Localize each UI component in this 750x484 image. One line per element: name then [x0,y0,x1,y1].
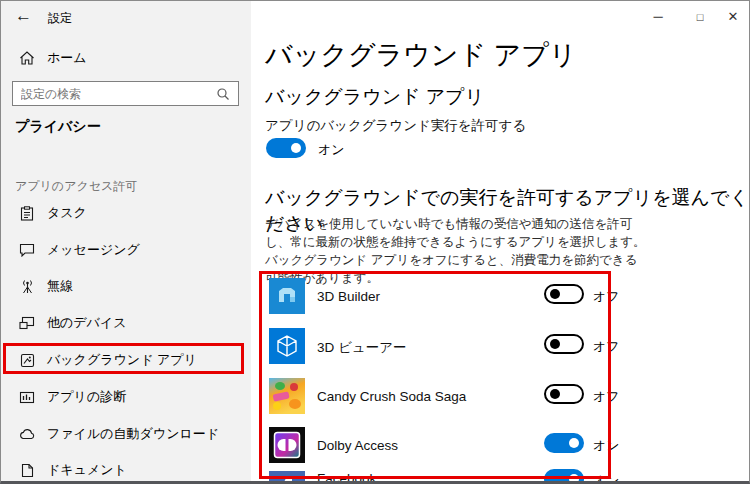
app-name: Dolby Access [317,438,398,453]
other-devices-icon [19,315,35,331]
toggle-knob [550,289,560,299]
toggle-knob [550,339,560,349]
section-description: デバイスを使用していない時でも情報の受信や通知の送信を許可し、常に最新の状態を維… [265,215,647,288]
minimize-button[interactable]: ─ [643,6,673,28]
sidebar-item-automatic-file-downloads[interactable]: ファイルの自動ダウンロード [1,419,251,449]
search-icon[interactable] [216,87,238,101]
message-icon [19,242,35,258]
app-toggle-3d-builder[interactable] [544,284,584,304]
sidebar-item-tasks[interactable]: タスク [1,198,251,228]
3d-viewer-app-icon [269,328,305,364]
app-diagnostics-icon [19,389,35,405]
app-toggle-state: オフ [593,388,620,406]
search-input[interactable] [13,87,216,101]
app-toggle-facebook[interactable] [544,469,584,484]
window-title: 設定 [48,10,72,27]
app-name: 3D ビューアー [317,339,406,357]
app-toggle-state: オフ [593,338,620,356]
master-toggle-label: アプリのバックグラウンド実行を許可する [265,117,526,135]
sidebar-item-label: ドキュメント [47,461,127,479]
clipboard-icon [19,205,35,221]
app-toggle-candy-crush[interactable] [544,384,584,404]
candy-crush-app-icon [269,378,305,414]
dolby-access-app-icon [269,427,305,463]
cloud-icon [19,426,35,442]
app-name: 3D Builder [317,289,380,304]
background-apps-icon [19,352,35,368]
sidebar-item-label: タスク [47,204,87,222]
document-icon [19,462,35,478]
sidebar-item-label: 他のデバイス [47,314,127,332]
toggle-knob [569,474,579,484]
app-name: Candy Crush Soda Saga [317,389,466,404]
sidebar-item-messaging[interactable]: メッセージング [1,235,251,265]
radio-tower-icon [19,278,35,294]
facebook-app-icon [269,471,305,484]
sidebar-item-label: メッセージング [47,241,140,259]
sidebar-home-label: ホーム [47,49,87,67]
sidebar-item-home[interactable]: ホーム [19,49,87,67]
settings-window: ← 設定 ─ □ ✕ ホーム プライバシー アプリのアクセス許可 タスク メッセ… [0,0,750,484]
settings-search[interactable] [12,81,239,106]
back-icon[interactable]: ← [15,6,32,26]
maximize-button[interactable]: □ [685,6,715,28]
app-name: Facebook [317,471,376,484]
app-toggle-dolby-access[interactable] [544,433,584,453]
app-toggle-state: オン [593,437,620,455]
toggle-knob [291,143,301,153]
sidebar-group-label: アプリのアクセス許可 [15,178,137,195]
sidebar-item-app-diagnostics[interactable]: アプリの診断 [1,382,251,412]
master-toggle[interactable] [266,138,306,158]
sidebar-item-other-devices[interactable]: 他のデバイス [1,308,251,338]
home-icon [19,50,35,66]
sidebar-item-label: 無線 [47,277,73,295]
3d-builder-app-icon [269,278,305,314]
sidebar-item-label: アプリの診断 [47,388,126,406]
sidebar-item-label: バックグラウンド アプリ [47,351,197,369]
toggle-knob [550,389,560,399]
app-toggle-state: オフ [593,288,620,306]
close-button[interactable]: ✕ [718,6,748,28]
app-toggle-3d-viewer[interactable] [544,334,584,354]
toggle-knob [569,438,579,448]
sidebar-item-documents[interactable]: ドキュメント [1,455,251,484]
sidebar-section-title: プライバシー [15,118,101,136]
page-title: バックグラウンド アプリ [265,37,576,73]
sidebar-item-label: ファイルの自動ダウンロード [47,425,219,443]
sidebar-item-radios[interactable]: 無線 [1,271,251,301]
subsection-title: バックグラウンド アプリ [265,84,484,110]
sidebar-item-background-apps[interactable]: バックグラウンド アプリ [1,345,251,375]
master-toggle-state: オン [318,141,345,159]
app-toggle-state: オン [593,472,620,484]
